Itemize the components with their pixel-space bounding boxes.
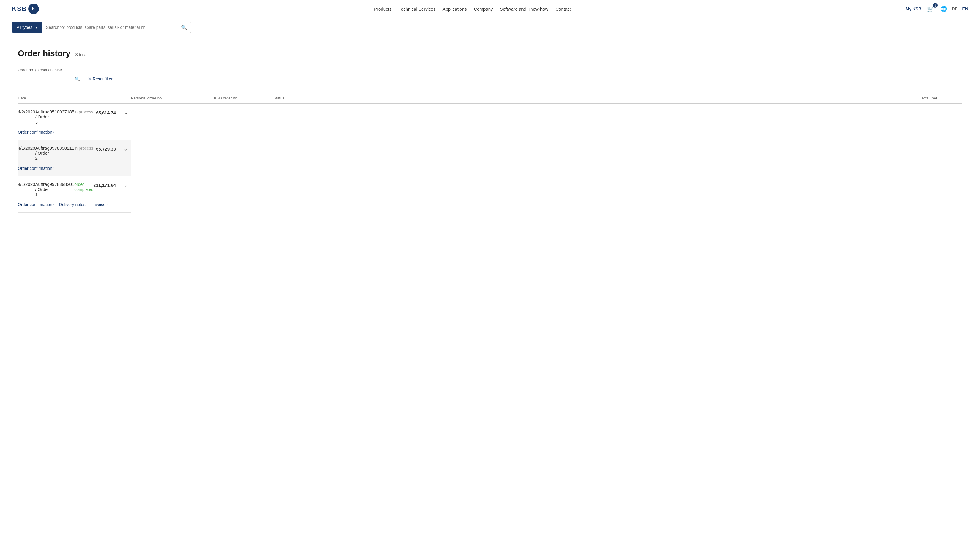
search-input[interactable] xyxy=(43,22,178,33)
order-links-cell: Order confirmation › xyxy=(18,166,131,176)
filter-order-input[interactable] xyxy=(21,76,75,81)
lang-de[interactable]: DE xyxy=(952,6,958,11)
order-links-cell: Order confirmation › xyxy=(18,130,131,140)
search-type-button[interactable]: All types ▼ xyxy=(12,22,43,33)
expand-button[interactable]: ⌄ xyxy=(121,109,131,116)
reset-filter-label: Reset filter xyxy=(93,76,113,81)
table-row: 4/1/2020 Auftrag / Order 2 9978898211 in… xyxy=(18,140,131,166)
nav-products[interactable]: Products xyxy=(374,6,391,11)
order-links-cell: Order confirmation ›Delivery notes ›Invo… xyxy=(18,202,131,213)
page-title-row: Order history 3 total xyxy=(18,49,962,58)
order-ksb-no: 9978898201 xyxy=(49,176,74,202)
order-total: €11,171.64 xyxy=(94,183,116,187)
logo[interactable]: KSB b. xyxy=(12,3,39,14)
lang-en[interactable]: EN xyxy=(963,6,968,11)
page-total: 3 total xyxy=(75,52,87,57)
order-status: in process xyxy=(74,140,94,166)
orders-table: Date Personal order no. KSB order no. St… xyxy=(18,93,962,213)
link-arrow-icon: › xyxy=(53,166,54,170)
main-nav: Products Technical Services Applications… xyxy=(374,6,571,11)
col-header-personal: Personal order no. xyxy=(131,93,214,103)
link-arrow-icon: › xyxy=(106,202,108,206)
chevron-down-icon: ▼ xyxy=(35,26,38,29)
filter-section: Order no. (personal / KSB) 🔍 ✕ Reset fil… xyxy=(18,68,962,83)
expand-button[interactable]: ⌄ xyxy=(121,182,131,188)
order-date: 4/1/2020 xyxy=(18,140,35,166)
col-header-ksb: KSB order no. xyxy=(214,93,274,103)
reset-filter-button[interactable]: ✕ Reset filter xyxy=(88,76,113,81)
table-row: 4/1/2020 Auftrag / Order 1 9978898201 or… xyxy=(18,176,131,202)
logo-text: KSB xyxy=(12,5,26,13)
order-total-cell: €5,614.74 ⌄ xyxy=(94,104,131,130)
page-title: Order history xyxy=(18,49,70,58)
search-bar: All types ▼ 🔍 xyxy=(0,18,980,37)
order-row-group: 4/1/2020 Auftrag / Order 1 9978898201 or… xyxy=(18,176,131,213)
filter-input-wrap: 🔍 xyxy=(18,75,83,83)
table-header-row: Date Personal order no. KSB order no. St… xyxy=(18,93,962,103)
col-header-total: Total (net) xyxy=(363,93,950,103)
filter-search-icon: 🔍 xyxy=(75,76,80,81)
order-total: €5,729.33 xyxy=(96,146,116,151)
order-total-cell: €5,729.33 ⌄ xyxy=(94,140,131,166)
filter-row: 🔍 ✕ Reset filter xyxy=(18,75,962,83)
my-ksb-link[interactable]: My KSB xyxy=(906,6,921,11)
col-header-date: Date xyxy=(18,93,131,103)
order-link-order-confirmation[interactable]: Order confirmation › xyxy=(18,130,54,135)
order-personal-no: Auftrag / Order 1 xyxy=(35,176,49,202)
order-personal-no: Auftrag / Order 2 xyxy=(35,140,49,166)
link-arrow-icon: › xyxy=(53,130,54,134)
search-type-label: All types xyxy=(17,25,32,30)
order-link-delivery-notes[interactable]: Delivery notes › xyxy=(59,202,88,207)
link-arrow-icon: › xyxy=(53,202,54,206)
order-ksb-no: 9978898211 xyxy=(49,140,74,166)
nav-contact[interactable]: Contact xyxy=(555,6,571,11)
order-links-row: Order confirmation › xyxy=(18,166,131,176)
order-date: 4/1/2020 xyxy=(18,176,35,202)
order-total-cell: €11,171.64 ⌄ xyxy=(94,176,131,202)
order-row-group: 4/2/2020 Auftrag / Order 3 0510037185 in… xyxy=(18,104,131,140)
lang-separator: | xyxy=(959,6,961,11)
order-row-group: 4/1/2020 Auftrag / Order 2 9978898211 in… xyxy=(18,140,131,176)
cart-button[interactable]: 🛒 3 xyxy=(926,4,936,14)
reset-filter-x-icon: ✕ xyxy=(88,76,91,81)
nav-company[interactable]: Company xyxy=(474,6,493,11)
search-submit-button[interactable]: 🔍 xyxy=(178,22,191,33)
nav-applications[interactable]: Applications xyxy=(443,6,467,11)
order-links-row: Order confirmation ›Delivery notes ›Invo… xyxy=(18,202,131,213)
nav-software[interactable]: Software and Know-how xyxy=(500,6,549,11)
order-links-row: Order confirmation › xyxy=(18,130,131,140)
order-personal-no: Auftrag / Order 3 xyxy=(35,104,49,130)
col-header-expand xyxy=(950,93,962,103)
cart-badge: 3 xyxy=(933,3,937,8)
order-link-order-confirmation[interactable]: Order confirmation › xyxy=(18,202,54,207)
order-link-invoice[interactable]: Invoice › xyxy=(92,202,108,207)
table-row: 4/2/2020 Auftrag / Order 3 0510037185 in… xyxy=(18,104,131,130)
order-ksb-no: 0510037185 xyxy=(49,104,74,130)
main-content: Order history 3 total Order no. (persona… xyxy=(0,37,980,224)
logo-icon: b. xyxy=(28,3,39,14)
globe-icon: 🌐 xyxy=(940,6,947,12)
link-arrow-icon: › xyxy=(86,202,88,206)
order-status: in process xyxy=(74,104,94,130)
nav-technical-services[interactable]: Technical Services xyxy=(399,6,435,11)
language-switcher: DE | EN xyxy=(952,6,968,11)
search-input-wrap: 🔍 xyxy=(43,22,191,33)
filter-label: Order no. (personal / KSB) xyxy=(18,68,962,72)
expand-button[interactable]: ⌄ xyxy=(121,146,131,152)
order-date: 4/2/2020 xyxy=(18,104,35,130)
order-total: €5,614.74 xyxy=(96,110,116,115)
search-icon: 🔍 xyxy=(181,25,187,30)
header-actions: My KSB 🛒 3 🌐 DE | EN xyxy=(906,4,968,14)
order-status: order completed xyxy=(74,176,94,202)
site-header: KSB b. Products Technical Services Appli… xyxy=(0,0,980,18)
col-header-status: Status xyxy=(274,93,363,103)
order-link-order-confirmation[interactable]: Order confirmation › xyxy=(18,166,54,171)
